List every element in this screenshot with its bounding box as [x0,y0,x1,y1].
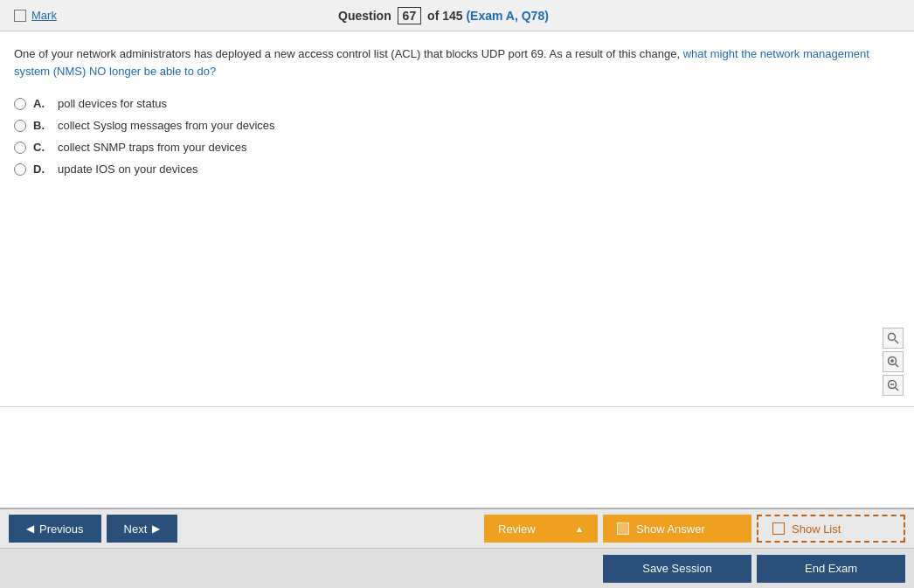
option-a-text: poll devices for status [58,97,167,110]
option-b[interactable]: B. collect Syslog messages from your dev… [14,119,900,132]
next-arrow-icon: ▶ [152,522,160,535]
review-dropdown-icon: ▲ [575,524,584,534]
show-list-button[interactable]: Show List [757,515,905,543]
show-list-label: Show List [792,522,841,536]
question-text-content: One of your network administrators has d… [14,47,683,60]
previous-arrow-icon: ◀ [26,522,34,535]
question-content: One of your network administrators has d… [0,31,914,407]
option-b-letter: B. [33,119,51,132]
of-label: of 145 [424,9,466,23]
zoom-out-icon [887,379,899,391]
review-label: Review [498,522,536,536]
svg-point-1 [889,334,896,341]
mark-section: Mark [14,9,57,22]
svg-line-2 [895,340,898,343]
svg-line-9 [896,388,899,391]
question-text: One of your network administrators has d… [14,45,900,80]
next-button[interactable]: Next ▶ [107,515,178,543]
previous-button[interactable]: ◀ Previous [9,515,101,543]
main-area: Mark Question 67 of 145 (Exam A, Q78) On… [0,0,914,508]
save-end-bar: Save Session End Exam [0,548,914,588]
option-c-letter: C. [33,141,51,154]
question-label: Question [338,9,395,23]
review-button[interactable]: Review ▲ [484,515,598,543]
show-answer-checkbox-icon [617,522,629,535]
bottom-toolbar: ◀ Previous Next ▶ Review ▲ Show Answer S… [0,508,914,548]
option-d-radio[interactable] [14,163,26,176]
zoom-controls [883,328,904,396]
question-info: Question 67 of 145 (Exam A, Q78) [338,7,549,24]
zoom-in-icon [887,356,899,368]
zoom-out-button[interactable] [883,375,904,396]
mark-bar: Mark Question 67 of 145 (Exam A, Q78) [0,0,914,31]
option-a-letter: A. [33,97,51,110]
end-exam-button[interactable]: End Exam [757,555,905,583]
option-a[interactable]: A. poll devices for status [14,97,900,110]
next-label: Next [124,522,148,536]
option-b-radio[interactable] [14,120,26,132]
exam-reference: (Exam A, Q78) [466,9,548,23]
show-answer-button[interactable]: Show Answer [603,515,751,543]
mark-checkbox[interactable] [14,10,26,22]
option-a-radio[interactable] [14,98,26,110]
previous-label: Previous [39,522,84,536]
search-button[interactable] [883,328,904,349]
option-c-text: collect SNMP traps from your devices [58,141,247,154]
option-d-letter: D. [33,163,51,176]
search-icon [887,332,899,344]
question-number: 67 [398,7,422,24]
option-d-text: update IOS on your devices [58,163,197,176]
save-session-button[interactable]: Save Session [603,555,751,583]
svg-line-6 [896,364,899,368]
option-b-text: collect Syslog messages from your device… [58,119,275,132]
options-list: A. poll devices for status B. collect Sy… [14,97,900,176]
mark-label[interactable]: Mark [31,9,57,22]
zoom-in-button[interactable] [883,351,904,372]
show-list-checkbox-icon [772,522,785,535]
option-c-radio[interactable] [14,142,26,154]
option-c[interactable]: C. collect SNMP traps from your devices [14,141,900,154]
show-answer-label: Show Answer [636,522,705,536]
option-d[interactable]: D. update IOS on your devices [14,163,900,176]
